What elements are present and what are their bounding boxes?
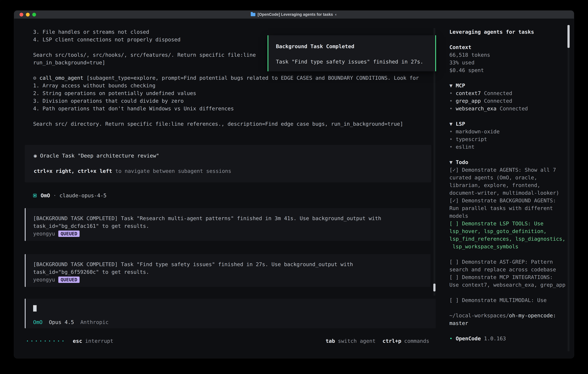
oracle-title: Oracle Task "Deep architecture review" — [40, 153, 159, 159]
oracle-task-card[interactable]: ◉Oracle Task "Deep architecture review" … — [25, 145, 431, 182]
workspace-path: ~/local-workspaces/oh-my-opencode: — [449, 312, 574, 319]
todo-line: [ ] Demonstrate AST-GREP: Pattern — [449, 258, 574, 266]
todo-line: Run parallel tasks with different — [449, 204, 574, 212]
todo-heading[interactable]: ▼Todo — [449, 158, 574, 166]
bullet-icon: • — [449, 105, 452, 112]
session-timer-icon: ◐ — [335, 12, 337, 17]
zoom-button[interactable] — [32, 13, 36, 17]
collapse-arrow-icon: ▼ — [449, 83, 452, 89]
blank-line — [449, 112, 574, 120]
agent-name: OmO — [41, 193, 50, 198]
sidebar-scrollbar-thumb[interactable] — [567, 25, 570, 48]
mcp-heading-label: MCP — [456, 83, 465, 89]
log-line: 3. File handles or streams not closed — [14, 28, 438, 36]
log-line: Search src/ directory. Return specific f… — [14, 120, 438, 128]
todo-line: models — [449, 212, 574, 220]
mcp-status: Connected — [484, 98, 512, 104]
sidebar-scrollbar-track[interactable] — [567, 25, 569, 351]
agent-icon — [33, 194, 37, 197]
toast-title: Background Task Completed — [268, 42, 435, 50]
todo-heading-label: Todo — [456, 159, 468, 165]
mcp-status: Connected — [484, 90, 512, 96]
tab-key-hint: tab — [326, 338, 335, 344]
mcp-name: websearch_exa — [456, 105, 497, 112]
bullet-icon: • — [449, 129, 452, 135]
todo-line: [✓] Demonstrate AGENTS: Show all 7 — [449, 166, 574, 174]
record-icon: ◉ — [34, 153, 37, 159]
close-button[interactable] — [20, 13, 23, 17]
input-line[interactable] — [26, 304, 436, 312]
mcp-name: grep_app — [456, 98, 481, 104]
workspace-path-name: oh-my-opencode: — [509, 312, 556, 319]
agent-header: OmO · claude-opus-4-5 — [33, 192, 438, 199]
blank-line — [25, 159, 431, 167]
log-line: 3. Division operations that could divide… — [14, 97, 438, 105]
context-used: 33% used — [449, 59, 574, 66]
message-line: task_id="bg_6f59260c" to get results. — [26, 268, 430, 276]
log-line: 4. Path operations that don't handle Win… — [14, 105, 438, 112]
agent-model: claude-opus-4-5 — [60, 193, 106, 198]
mcp-heading[interactable]: ▼MCP — [449, 82, 574, 89]
blank-line — [449, 304, 574, 312]
traffic-lights — [20, 13, 36, 17]
prompt-input[interactable]: OmOOpus 4.5Anthropic — [25, 299, 436, 328]
collapse-arrow-icon: ▼ — [449, 121, 452, 127]
window-title: [OpenCode] Leveraging agents for tasks — [258, 12, 333, 17]
author-name: yeongyu — [33, 276, 55, 283]
lsp-item: •typescript — [449, 135, 574, 143]
blank-line — [14, 112, 438, 120]
separator-dot: · — [50, 193, 60, 198]
lsp-name: typescript — [456, 136, 487, 142]
message-meta: yeongyuQUEUED — [26, 276, 430, 283]
model-info-line: OmOOpus 4.5Anthropic — [26, 318, 436, 326]
blank-line — [449, 36, 574, 43]
tool-args: [subagent_type=explore, prompt=Find pote… — [83, 75, 419, 81]
terminal-window: [OpenCode] Leveraging agents for tasks◐ … — [14, 10, 574, 358]
status-badge: QUEUED — [58, 230, 80, 237]
message-meta: yeongyuQUEUED — [26, 230, 430, 238]
message-card: [BACKGROUND TASK COMPLETED] Task "Resear… — [25, 208, 430, 241]
todo-line: document-writer, multimodal-looker) — [449, 189, 574, 197]
context-tokens: 66,518 tokens — [449, 51, 574, 59]
bullet-icon: • — [449, 136, 452, 142]
background-task-toast[interactable]: Background Task Completed Task "Find typ… — [268, 35, 436, 71]
log-line: 2. String operations on potentially unde… — [14, 89, 438, 97]
bullet-icon: • — [449, 335, 452, 342]
esc-key-hint: esc — [73, 338, 82, 344]
model-provider: Anthropic — [80, 319, 108, 325]
message-line: [BACKGROUND TASK COMPLETED] Task "Find t… — [26, 260, 430, 268]
todo-line-active: lsp_hover, lsp_goto_definition, — [449, 227, 574, 235]
mcp-name: context7 — [456, 90, 481, 96]
tab-key-label: switch agent — [338, 338, 376, 344]
ctrlp-key-hint: ctrl+p — [383, 338, 401, 344]
collapse-arrow-icon: ▼ — [449, 159, 452, 165]
sidebar: Leveraging agents for tasks Context 66,5… — [438, 19, 574, 358]
todo-line: search and replace across codebase — [449, 266, 574, 273]
text-cursor — [33, 305, 37, 312]
log-line: 1. Array access without bounds checking — [14, 82, 438, 89]
blank-line — [268, 50, 435, 58]
tool-call-line: ⚙call_omo_agent [subagent_type=explore, … — [14, 74, 438, 82]
todo-line: librarian, explore, frontend, — [449, 181, 574, 189]
mcp-item: •grep_appConnected — [449, 97, 574, 105]
lsp-name: markdown-oxide — [456, 129, 500, 135]
toast-body: Task "Find type safety issues" finished … — [268, 58, 435, 65]
active-model: Opus 4.5 — [49, 319, 74, 325]
app-name: OpenCode — [456, 335, 481, 342]
context-spent: $0.46 spent — [449, 66, 574, 74]
lsp-item: •eslint — [449, 143, 574, 151]
git-branch: master — [449, 319, 574, 327]
tool-name: call_omo_agent — [40, 75, 83, 81]
titlebar[interactable]: [OpenCode] Leveraging agents for tasks◐ — [14, 10, 574, 19]
bullet-icon: • — [449, 98, 452, 104]
todo-line: curated agents (OmO, oracle, — [449, 174, 574, 181]
status-badge: QUEUED — [58, 277, 80, 283]
minimize-button[interactable] — [26, 13, 30, 17]
todo-line: [ ] Demonstrate MULTIMODAL: Use — [449, 296, 574, 304]
folder-icon — [251, 13, 255, 16]
chat-scrollbar-thumb[interactable] — [433, 284, 435, 291]
lsp-heading[interactable]: ▼LSP — [449, 120, 574, 128]
author-name: yeongyu — [33, 230, 55, 238]
message-line: [BACKGROUND TASK COMPLETED] Task "Resear… — [26, 215, 430, 222]
status-bar: ·········escinterrupttabswitch agentctrl… — [14, 337, 438, 345]
